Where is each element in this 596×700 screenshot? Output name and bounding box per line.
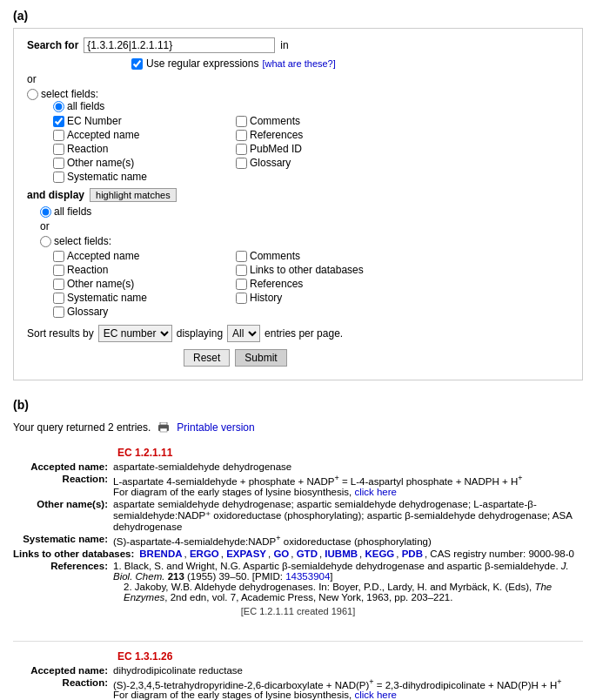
checkbox-reaction[interactable] <box>53 144 64 155</box>
checkbox-comments[interactable] <box>236 116 247 127</box>
use-regex-row: Use regular expressions [what are these?… <box>131 57 569 70</box>
d-checkbox-references[interactable] <box>236 279 247 290</box>
d-checkbox-references-label[interactable]: References <box>236 278 410 290</box>
or-line-1: or <box>27 73 569 85</box>
checkbox-glossary[interactable] <box>236 158 247 169</box>
highlight-button[interactable]: highlight matches <box>90 188 177 202</box>
field-checkboxes: EC Number Comments Accepted name Referen… <box>53 115 569 183</box>
query-result-text: Your query returned 2 entries. <box>13 421 151 434</box>
d-checkbox-reaction[interactable] <box>53 265 64 276</box>
checkbox-ec[interactable] <box>53 116 64 127</box>
reaction-link-1[interactable]: click here <box>354 487 397 497</box>
pmid-link-1[interactable]: 14353904 <box>285 571 330 582</box>
d-checkbox-glossary-label[interactable]: Glossary <box>53 306 227 318</box>
checkbox-references[interactable] <box>236 130 247 141</box>
all-fields-label-search: all fields <box>67 100 104 112</box>
and-display-label: and display <box>27 189 84 201</box>
search-input[interactable] <box>84 37 275 53</box>
link-gtd-1[interactable]: GTD <box>297 549 318 559</box>
checkbox-references-label[interactable]: References <box>236 129 410 141</box>
d-checkbox-history-label[interactable]: History <box>236 292 410 304</box>
d-checkbox-accepted-label[interactable]: Accepted name <box>53 250 227 262</box>
and-display-row: and display highlight matches <box>27 188 569 202</box>
checkbox-pubmed[interactable] <box>236 144 247 155</box>
per-page-label: entries per page. <box>265 327 343 340</box>
link-expasy-1[interactable]: EXPASY <box>226 549 266 559</box>
query-result-header: Your query returned 2 entries. Printable… <box>13 421 583 434</box>
svg-rect-1 <box>160 422 167 425</box>
use-regex-checkbox[interactable] <box>131 58 143 70</box>
accepted-name-row-1: Accepted name: aspartate-semialdehyde de… <box>13 461 583 472</box>
d-checkbox-history[interactable] <box>236 293 247 304</box>
printable-version-link[interactable]: Printable version <box>177 421 254 434</box>
d-checkbox-systematic-label[interactable]: Systematic name <box>53 292 227 304</box>
reset-button[interactable]: Reset <box>184 349 230 367</box>
checkbox-other-label[interactable]: Other name(s) <box>53 157 227 169</box>
all-fields-radio[interactable] <box>53 101 64 112</box>
link-iubmb-1[interactable]: IUBMB <box>325 549 358 559</box>
d-checkbox-accepted[interactable] <box>53 251 64 262</box>
checkbox-comments-label[interactable]: Comments <box>236 115 410 127</box>
d-checkbox-systematic[interactable] <box>53 293 64 304</box>
display-field-checkboxes: Accepted name Comments Reaction Links to… <box>53 250 569 318</box>
link-kegg-1[interactable]: KEGG <box>365 549 394 559</box>
checkbox-other[interactable] <box>53 158 64 169</box>
display-select-fields-radio[interactable] <box>40 236 51 247</box>
accepted-label-1: Accepted name: <box>13 461 113 472</box>
search-for-label: Search for <box>27 39 78 51</box>
accepted-name-row-2: Accepted name: dihydrodipicolinate reduc… <box>13 665 583 676</box>
what-are-these-link[interactable]: [what are these?] <box>262 58 335 69</box>
checkbox-reaction-label[interactable]: Reaction <box>53 143 227 155</box>
checkbox-glossary-label[interactable]: Glossary <box>236 157 410 169</box>
checkbox-systematic[interactable] <box>53 172 64 183</box>
links-row-1: Links to other databases: BRENDA, ERGO, … <box>13 549 583 559</box>
checkbox-accepted[interactable] <box>53 130 64 141</box>
select-fields-text: select fields: <box>41 88 98 100</box>
submit-button[interactable]: Submit <box>235 349 286 367</box>
select-fields-radio[interactable] <box>27 89 38 100</box>
checkbox-systematic-label[interactable]: Systematic name <box>53 171 227 183</box>
link-pdb-1[interactable]: PDB <box>402 549 423 559</box>
per-page-select[interactable]: All <box>227 325 260 342</box>
select-fields-radio-row: select fields: <box>27 88 569 100</box>
created-note-1: [EC 1.2.1.11 created 1961] <box>13 606 583 616</box>
accepted-label-2: Accepted name: <box>13 665 113 676</box>
svg-rect-2 <box>160 428 167 432</box>
link-go-1[interactable]: GO <box>273 549 289 559</box>
d-checkbox-other-label[interactable]: Other name(s) <box>53 278 227 290</box>
sort-row: Sort results by EC number displaying All… <box>27 325 569 342</box>
section-a-label: (a) <box>13 9 583 23</box>
checkbox-accepted-label[interactable]: Accepted name <box>53 129 227 141</box>
form-buttons: Reset Submit <box>184 349 569 367</box>
display-all-fields-label: all fields <box>54 205 91 218</box>
search-row: Search for in <box>27 37 569 53</box>
entry-divider <box>13 641 583 642</box>
d-checkbox-comments-label[interactable]: Comments <box>236 250 410 262</box>
reaction-link-2[interactable]: click here <box>354 690 397 700</box>
d-checkbox-links[interactable] <box>236 265 247 276</box>
entry-1: EC 1.2.1.11 Accepted name: aspartate-sem… <box>13 447 583 625</box>
section-b: (b) Your query returned 2 entries. Print… <box>13 398 583 700</box>
d-checkbox-comments[interactable] <box>236 251 247 262</box>
link-brenda-1[interactable]: BRENDA <box>139 549 182 559</box>
checkbox-pubmed-label[interactable]: PubMed ID <box>236 143 410 155</box>
display-all-fields-radio[interactable] <box>40 206 51 218</box>
d-checkbox-links-label[interactable]: Links to other databases <box>236 264 410 276</box>
results-panel: Your query returned 2 entries. Printable… <box>13 417 583 700</box>
entry-2: EC 1.3.1.26 Accepted name: dihydrodipico… <box>13 650 583 700</box>
references-value-1: 1. Black, S. and Wright, N.G. Aspartic β… <box>113 561 583 602</box>
sort-select[interactable]: EC number <box>98 325 172 342</box>
references-label-1: References: <box>13 561 113 602</box>
search-panel: Search for in Use regular expressions [w… <box>13 28 583 380</box>
reaction-label-1: Reaction: <box>13 474 113 497</box>
link-ergo-1[interactable]: ERGO <box>190 549 219 559</box>
checkbox-ec-label[interactable]: EC Number <box>53 115 227 127</box>
d-checkbox-glossary[interactable] <box>53 306 64 318</box>
other-names-row-1: Other name(s): aspartate semialdehyde de… <box>13 499 583 532</box>
ec-number-2: EC 1.3.1.26 <box>117 650 583 663</box>
d-checkbox-other[interactable] <box>53 279 64 290</box>
d-checkbox-reaction-label[interactable]: Reaction <box>53 264 227 276</box>
systematic-label-1: Systematic name: <box>13 534 113 547</box>
in-label: in <box>280 39 288 51</box>
reaction-label-2: Reaction: <box>13 677 113 700</box>
